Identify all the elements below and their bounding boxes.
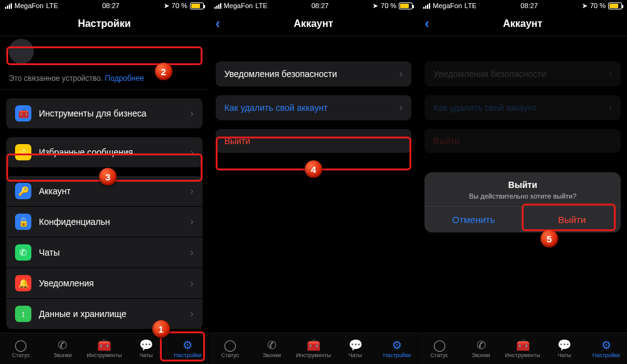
tab-status[interactable]: ◯Статус bbox=[0, 333, 42, 364]
chevron-right-icon: › bbox=[609, 102, 612, 113]
tab-tools[interactable]: 🧰Инструменты bbox=[502, 333, 544, 364]
tab-chats[interactable]: 💬Чаты bbox=[125, 333, 167, 364]
battery-label: 70 % bbox=[590, 2, 606, 9]
status-icon: ◯ bbox=[433, 340, 446, 351]
calls-icon: ✆ bbox=[267, 340, 277, 351]
clock-label: 08:27 bbox=[312, 2, 329, 9]
row-starred[interactable]: ⭐ Избранные сообщения › bbox=[6, 137, 203, 167]
battery-icon bbox=[190, 3, 204, 9]
tab-bar: ◯Статус ✆Звонки 🧰Инструменты 💬Чаты ⚙Наст… bbox=[418, 333, 627, 364]
status-bar: MegaFon LTE 08:27 ➤ 70 % bbox=[209, 0, 418, 11]
location-icon: ➤ bbox=[164, 2, 169, 10]
tab-status[interactable]: ◯Статус bbox=[209, 333, 251, 364]
status-bar: MegaFon LTE 08:27 ➤ 70 % bbox=[418, 0, 627, 11]
chevron-right-icon: › bbox=[190, 147, 193, 158]
sheet-cancel-button[interactable]: Отменить bbox=[424, 207, 523, 232]
row-privacy[interactable]: 🔒 Конфиденциальн › bbox=[6, 207, 203, 237]
avatar bbox=[9, 39, 34, 64]
row-delete-account[interactable]: Как удалить свой аккаунт › bbox=[216, 95, 412, 120]
page-title: Аккаунт bbox=[503, 18, 542, 29]
row-label: Уведомления bbox=[39, 278, 94, 288]
chevron-right-icon: › bbox=[399, 68, 403, 80]
row-security-notif[interactable]: Уведомления безопасности › bbox=[216, 61, 412, 86]
signal-icon bbox=[423, 3, 430, 9]
lock-icon: 🔒 bbox=[15, 214, 31, 230]
tab-settings[interactable]: ⚙Настройки bbox=[376, 333, 418, 364]
row-label: Аккаунт bbox=[39, 186, 71, 196]
settings-icon: ⚙ bbox=[601, 340, 611, 351]
page-title: Аккаунт bbox=[294, 18, 334, 29]
sheet-title: Выйти bbox=[433, 180, 612, 190]
battery-icon bbox=[608, 3, 622, 9]
battery-label: 70 % bbox=[381, 2, 396, 9]
tab-label: Чаты bbox=[349, 352, 362, 358]
sheet-confirm-button[interactable]: Выйти bbox=[523, 207, 621, 232]
location-icon: ➤ bbox=[582, 2, 587, 10]
tab-label: Настройки bbox=[383, 352, 411, 358]
tab-tools[interactable]: 🧰Инструменты bbox=[293, 333, 335, 364]
carrier-label: MegaFon bbox=[14, 2, 43, 9]
profile-row[interactable] bbox=[0, 36, 209, 68]
row-security-notif: Уведомления безопасности › bbox=[424, 61, 621, 86]
network-label: LTE bbox=[465, 2, 477, 9]
calls-icon: ✆ bbox=[477, 340, 486, 351]
row-storage[interactable]: ↕ Данные и хранилище › bbox=[6, 299, 203, 329]
screen-account-confirm: MegaFon LTE 08:27 ➤ 70 % ‹ Аккаунт Уведо… bbox=[418, 0, 627, 364]
row-label: Данные и хранилище bbox=[39, 309, 126, 319]
signal-icon bbox=[214, 3, 221, 9]
carrier-label: MegaFon bbox=[433, 2, 461, 9]
chevron-right-icon: › bbox=[190, 216, 193, 227]
row-label: Конфиденциальн bbox=[39, 217, 110, 227]
chevron-right-icon: › bbox=[190, 185, 193, 197]
row-business-tools[interactable]: 🧰 Инструменты для бизнеса › bbox=[6, 98, 203, 128]
status-icon: ◯ bbox=[224, 340, 236, 351]
tab-label: Инструменты bbox=[296, 352, 331, 358]
sheet-message: Вы действительно хотите выйти? bbox=[433, 192, 612, 200]
tab-tools[interactable]: 🧰Инструменты bbox=[83, 333, 125, 364]
chevron-right-icon: › bbox=[190, 247, 193, 258]
row-account[interactable]: 🔑 Аккаунт › bbox=[6, 176, 203, 207]
back-button[interactable]: ‹ bbox=[424, 17, 429, 31]
status-icon: ◯ bbox=[14, 340, 27, 351]
tab-label: Звонки bbox=[263, 352, 281, 358]
chevron-right-icon: › bbox=[190, 108, 193, 119]
tab-label: Настройки bbox=[593, 352, 620, 358]
tab-settings[interactable]: ⚙Настройки bbox=[167, 333, 209, 364]
screen-account: MegaFon LTE 08:27 ➤ 70 % ‹ Аккаунт Уведо… bbox=[209, 0, 418, 364]
clock-label: 08:27 bbox=[520, 2, 538, 9]
network-label: LTE bbox=[46, 2, 58, 9]
nav-header: ‹ Аккаунт bbox=[209, 11, 418, 36]
whatsapp-icon: ✆ bbox=[15, 244, 31, 261]
tab-chats[interactable]: 💬Чаты bbox=[334, 333, 376, 364]
row-logout[interactable]: Выйти bbox=[216, 129, 412, 153]
chats-icon: 💬 bbox=[349, 340, 362, 351]
tab-settings[interactable]: ⚙Настройки bbox=[585, 333, 627, 364]
row-label: Как удалить свой аккаунт bbox=[433, 103, 537, 113]
chats-icon: 💬 bbox=[139, 340, 153, 351]
row-label: Чаты bbox=[39, 247, 60, 257]
tab-label: Инструменты bbox=[505, 352, 540, 358]
location-icon: ➤ bbox=[372, 2, 378, 10]
battery-icon bbox=[399, 3, 413, 9]
back-button[interactable]: ‹ bbox=[216, 17, 220, 31]
tab-calls[interactable]: ✆Звонки bbox=[42, 333, 84, 364]
hint-text: Это связанное устройство. bbox=[9, 74, 103, 83]
hint-link[interactable]: Подробнее bbox=[105, 74, 144, 83]
tab-status[interactable]: ◯Статус bbox=[418, 333, 460, 364]
tools-icon: 🧰 bbox=[307, 340, 320, 351]
tab-label: Инструменты bbox=[87, 352, 122, 358]
carrier-label: MegaFon bbox=[224, 2, 253, 9]
battery-label: 70 % bbox=[172, 2, 187, 9]
tab-label: Звонки bbox=[53, 352, 71, 358]
row-notifications[interactable]: 🔔 Уведомления › bbox=[6, 268, 203, 299]
tab-calls[interactable]: ✆Звонки bbox=[460, 333, 502, 364]
nav-header: Настройки bbox=[0, 11, 209, 36]
tab-calls[interactable]: ✆Звонки bbox=[251, 333, 293, 364]
row-delete-account: Как удалить свой аккаунт › bbox=[424, 95, 621, 120]
tools-icon: 🧰 bbox=[516, 340, 530, 351]
tab-chats[interactable]: 💬Чаты bbox=[544, 333, 586, 364]
row-chats[interactable]: ✆ Чаты › bbox=[6, 237, 203, 268]
network-label: LTE bbox=[255, 2, 267, 9]
tab-label: Чаты bbox=[558, 352, 571, 358]
row-logout: Выйти bbox=[424, 129, 621, 153]
